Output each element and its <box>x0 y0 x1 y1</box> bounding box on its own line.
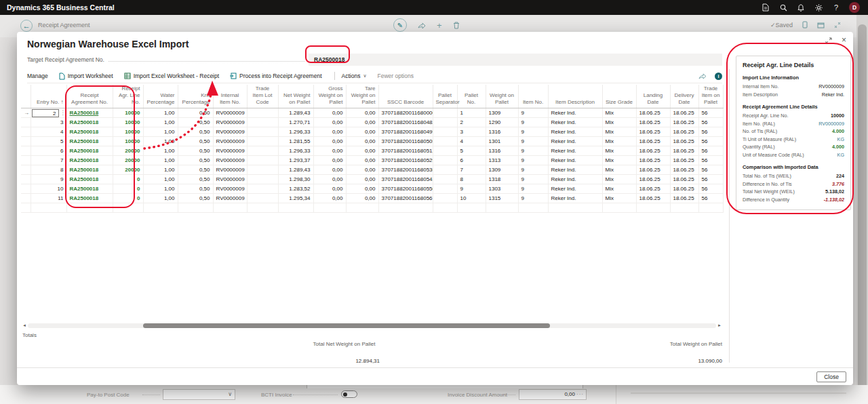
cell[interactable]: 1.289,43 <box>278 108 313 118</box>
cell[interactable]: 9 <box>518 108 548 118</box>
target-agreement-input[interactable]: RA2500018 <box>309 54 722 66</box>
cell[interactable]: 18.06.25 <box>636 194 670 203</box>
cell[interactable]: 0,00 <box>313 118 346 127</box>
cell[interactable]: 10 <box>31 184 66 194</box>
cell[interactable]: 9 <box>518 175 548 184</box>
cell[interactable]: 18.06.25 <box>670 165 698 175</box>
cell[interactable]: RV0000009 <box>213 127 247 137</box>
cell[interactable] <box>247 146 278 156</box>
cell[interactable]: 5 <box>457 146 486 156</box>
cell[interactable]: 18.06.25 <box>670 146 698 156</box>
cell[interactable] <box>486 203 518 213</box>
info-icon[interactable]: i <box>715 73 722 80</box>
cell[interactable]: Reker Ind. <box>548 118 602 127</box>
cell[interactable]: 4 <box>457 137 486 146</box>
cell[interactable]: 0,50 <box>178 165 213 175</box>
cell[interactable]: 20000 <box>113 146 143 156</box>
cell[interactable]: 1318 <box>486 175 518 184</box>
column-header[interactable]: Landing Date <box>636 85 670 108</box>
cell[interactable]: Mix <box>602 194 636 203</box>
cell[interactable]: 1,00 <box>143 108 178 118</box>
cell[interactable]: 8 <box>457 175 486 184</box>
cell[interactable] <box>143 203 178 213</box>
cell[interactable]: 56 <box>698 165 723 175</box>
cell[interactable] <box>433 146 457 156</box>
cell[interactable] <box>433 184 457 194</box>
column-header[interactable]: Weight on Pallet <box>486 85 518 108</box>
cell[interactable]: 0,50 <box>178 108 213 118</box>
cell[interactable] <box>378 203 433 213</box>
cell[interactable]: 9 <box>457 184 486 194</box>
cell[interactable]: 1,00 <box>143 127 178 137</box>
column-header[interactable]: Entry No. ↑ <box>31 85 66 108</box>
cell[interactable] <box>31 203 66 213</box>
cell[interactable]: 1315 <box>486 194 518 203</box>
cell[interactable]: 1309 <box>486 165 518 175</box>
cell[interactable]: 18.06.25 <box>670 175 698 184</box>
cell[interactable]: 9 <box>518 184 548 194</box>
cell[interactable]: 0,00 <box>346 184 378 194</box>
cell[interactable]: 370718820011680000 <box>378 108 433 118</box>
cell[interactable]: RV0000009 <box>213 165 247 175</box>
cell[interactable]: Mix <box>602 184 636 194</box>
cell[interactable]: 9 <box>31 175 66 184</box>
cell[interactable]: Reker Ind. <box>548 184 602 194</box>
cell[interactable]: 0 <box>113 184 143 194</box>
column-header[interactable]: Pallet Separator <box>433 85 457 108</box>
cell[interactable]: 1 <box>457 108 486 118</box>
cell[interactable]: 56 <box>698 194 723 203</box>
cell[interactable]: 2⋮ <box>31 108 66 118</box>
cell[interactable] <box>247 118 278 127</box>
cell[interactable]: 370718820011680550 <box>378 184 433 194</box>
panel-field-value[interactable]: KG <box>837 136 844 144</box>
cell[interactable]: 18.06.25 <box>636 165 670 175</box>
cell[interactable]: 20000 <box>113 165 143 175</box>
cell[interactable]: Reker Ind. <box>548 165 602 175</box>
cell[interactable] <box>670 203 698 213</box>
cell[interactable]: 1301 <box>486 137 518 146</box>
cell[interactable]: RA2500018 <box>66 118 113 127</box>
cell[interactable]: 18.06.25 <box>636 146 670 156</box>
cell[interactable]: 9 <box>518 156 548 165</box>
column-header[interactable]: Pallet No. <box>457 85 486 108</box>
cell[interactable]: 0,00 <box>346 137 378 146</box>
cell[interactable]: 18.06.25 <box>670 118 698 127</box>
cell[interactable]: 18.06.25 <box>670 194 698 203</box>
column-header[interactable]: Tare Weight on Pallet <box>346 85 378 108</box>
cell[interactable]: 0 <box>113 194 143 203</box>
cell[interactable]: 3 <box>457 127 486 137</box>
cell[interactable]: 1,00 <box>143 165 178 175</box>
cell[interactable] <box>278 203 313 213</box>
cell[interactable]: Mix <box>602 137 636 146</box>
row-grip-icon[interactable]: ⋮ <box>60 110 66 116</box>
cell[interactable]: 0,00 <box>346 165 378 175</box>
column-header[interactable]: Internal Item No. <box>213 85 247 108</box>
cell[interactable]: 0,00 <box>346 108 378 118</box>
cell[interactable]: 18.06.25 <box>636 184 670 194</box>
row-indicator[interactable] <box>21 203 31 213</box>
pay-to-post-code-combobox[interactable]: ∨ <box>163 389 235 400</box>
cell[interactable]: 1.289,43 <box>278 165 313 175</box>
cell[interactable]: 18.06.25 <box>670 156 698 165</box>
cell[interactable] <box>313 203 346 213</box>
cell[interactable]: 0,00 <box>346 127 378 137</box>
cell[interactable]: 370718820011680505 <box>378 137 433 146</box>
cell[interactable]: 0,00 <box>346 194 378 203</box>
toolbar-process-into-receipt-agreement[interactable]: Process into Receipt Agreement <box>230 73 321 80</box>
cell[interactable]: 18.06.25 <box>636 108 670 118</box>
cell[interactable] <box>66 203 113 213</box>
cell[interactable]: 10 <box>457 194 486 203</box>
cell[interactable]: 18.06.25 <box>636 175 670 184</box>
cell[interactable]: 370718820011680567 <box>378 194 433 203</box>
cell[interactable]: 10000 <box>113 137 143 146</box>
cell[interactable]: RA2500018 <box>66 184 113 194</box>
cell[interactable]: RA2500018 <box>66 175 113 184</box>
cell[interactable] <box>178 203 213 213</box>
cell[interactable]: 3 <box>31 118 66 127</box>
cell[interactable]: 1,00 <box>143 118 178 127</box>
scrollbar-thumb[interactable] <box>143 323 550 328</box>
cell[interactable]: Reker Ind. <box>548 127 602 137</box>
cell[interactable]: 370718820011680529 <box>378 156 433 165</box>
cell[interactable] <box>213 203 247 213</box>
cell[interactable]: 18.06.25 <box>670 137 698 146</box>
